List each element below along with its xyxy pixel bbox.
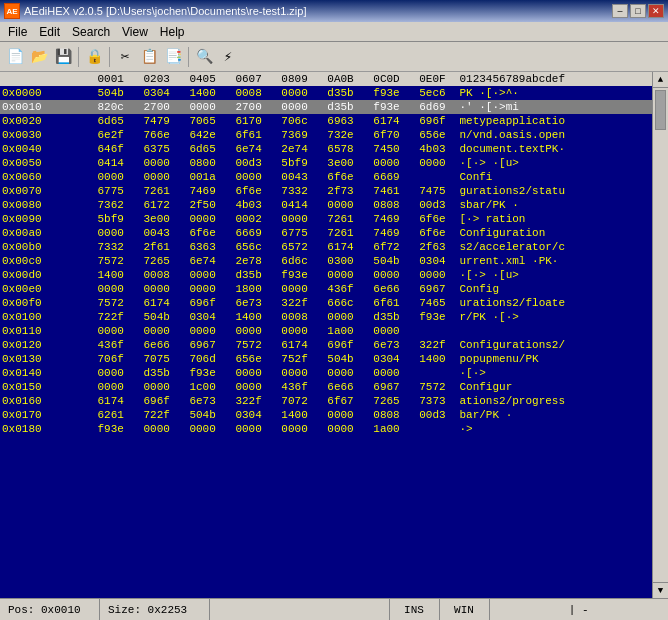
hex-cell[interactable]: 0000 [180,268,226,282]
run-button[interactable]: ⚡ [217,46,239,68]
hex-cell[interactable]: 0000 [88,324,134,338]
table-row[interactable]: 0x01706261722f504b030414000000080800d3ba… [0,408,652,422]
hex-cell[interactable]: 0000 [226,170,272,184]
hex-cell[interactable]: 7265 [364,394,410,408]
hex-cell[interactable]: 2e74 [272,142,318,156]
hex-cell[interactable]: 7475 [409,184,455,198]
hex-cell[interactable]: 6572 [272,240,318,254]
hex-cell[interactable]: 6174 [364,114,410,128]
hex-cell[interactable]: 6d6c [272,254,318,268]
table-row[interactable]: 0x0110000000000000000000001a000000 [0,324,652,338]
hex-cell[interactable]: 6375 [134,142,180,156]
hex-cell[interactable]: 7332 [88,240,134,254]
hex-cell[interactable]: 7469 [180,184,226,198]
hex-cell[interactable]: 696f [318,338,364,352]
table-row[interactable]: 0x0150000000001c000000436f6e6669677572 C… [0,380,652,394]
table-row[interactable]: 0x0010820c2700000027000000d35bf93e6d69·'… [0,100,652,114]
hex-cell[interactable]: 6e66 [318,380,364,394]
hex-cell[interactable]: 0000 [272,212,318,226]
menu-item-edit[interactable]: Edit [33,23,66,41]
hex-cell[interactable]: 6e66 [364,282,410,296]
table-row[interactable]: 0x0080736261722f504b0304140000080800d3sb… [0,198,652,212]
hex-cell[interactable]: 7261 [318,226,364,240]
hex-cell[interactable]: 0414 [88,156,134,170]
hex-cell[interactable]: 6e2f [88,128,134,142]
hex-cell[interactable]: 6967 [180,338,226,352]
hex-cell[interactable]: 6f6e [409,226,455,240]
hex-cell[interactable]: 436f [272,380,318,394]
hex-cell[interactable]: 0000 [272,282,318,296]
hex-cell[interactable]: 666c [318,296,364,310]
hex-cell[interactable]: 0000 [364,324,410,338]
hex-cell[interactable]: 0000 [134,170,180,184]
paste-button[interactable]: 📑 [162,46,184,68]
hex-cell[interactable]: 436f [318,282,364,296]
hex-cell[interactable]: 6e74 [180,254,226,268]
hex-cell[interactable]: 752f [272,352,318,366]
maximize-button[interactable]: □ [630,4,646,18]
hex-cell[interactable]: 1c00 [180,380,226,394]
hex-cell[interactable]: 0000 [180,324,226,338]
hex-cell[interactable]: 322f [409,338,455,352]
hex-cell[interactable]: 6d65 [180,142,226,156]
hex-cell[interactable]: 0008 [272,310,318,324]
hex-cell[interactable]: f93e [88,422,134,436]
scroll-down-button[interactable]: ▼ [653,582,668,598]
table-row[interactable]: 0x00b073322f616363656c657261746f722f63s2… [0,240,652,254]
hex-cell[interactable]: 6f61 [226,128,272,142]
hex-cell[interactable]: 0808 [364,198,410,212]
hex-cell[interactable]: 0000 [226,380,272,394]
hex-cell[interactable]: 00d3 [226,156,272,170]
hex-cell[interactable]: 504b [364,254,410,268]
hex-cell[interactable]: 1400 [226,310,272,324]
hex-cell[interactable]: 0000 [272,100,318,114]
hex-cell[interactable]: 6e73 [180,394,226,408]
hex-cell[interactable]: 696f [409,114,455,128]
table-row[interactable]: 0x00e000000000000018000000436f6e666967 C… [0,282,652,296]
hex-cell[interactable]: 5bf9 [88,212,134,226]
hex-cell[interactable]: 3e00 [134,212,180,226]
hex-cell[interactable]: 820c [88,100,134,114]
table-row[interactable]: 0x0100722f504b0304140000080000d35bf93er/… [0,310,652,324]
hex-cell[interactable]: 706d [180,352,226,366]
hex-cell[interactable]: 0000 [88,366,134,380]
hex-cell[interactable]: 001a [180,170,226,184]
hex-cell[interactable]: 7465 [409,296,455,310]
hex-cell[interactable]: 1a00 [364,422,410,436]
table-row[interactable]: 0x01400000d35bf93e0000000000000000 ·[·> [0,366,652,380]
hex-cell[interactable]: 2e78 [226,254,272,268]
hex-cell[interactable]: 0043 [134,226,180,240]
hex-cell[interactable]: f93e [272,268,318,282]
hex-cell[interactable]: 6261 [88,408,134,422]
hex-cell[interactable]: 7461 [364,184,410,198]
hex-cell[interactable]: 7065 [180,114,226,128]
hex-cell[interactable]: 0000 [318,408,364,422]
new-button[interactable]: 📄 [4,46,26,68]
scroll-thumb[interactable] [655,90,666,130]
menu-item-file[interactable]: File [2,23,33,41]
hex-cell[interactable]: 7572 [88,254,134,268]
hex-cell[interactable]: 6669 [226,226,272,240]
hex-cell[interactable]: 5ec6 [409,86,455,100]
hex-cell[interactable]: 706c [272,114,318,128]
table-row[interactable]: 0x00a0000000436f6e66696775726174696f6e C… [0,226,652,240]
hex-cell[interactable]: 4b03 [409,142,455,156]
hex-cell[interactable]: 6f70 [364,128,410,142]
hex-cell[interactable]: 504b [180,408,226,422]
hex-cell[interactable]: 766e [134,128,180,142]
hex-cell[interactable]: 0000 [180,282,226,296]
hex-cell[interactable]: 696f [180,296,226,310]
hex-cell[interactable]: 7261 [318,212,364,226]
hex-cell[interactable]: 7479 [134,114,180,128]
hex-cell[interactable]: 0000 [318,310,364,324]
hex-cell[interactable]: 6775 [88,184,134,198]
hex-cell[interactable]: 656c [226,240,272,254]
hex-cell[interactable]: 00d3 [409,408,455,422]
hex-cell[interactable]: 6363 [180,240,226,254]
hex-cell[interactable]: 7362 [88,198,134,212]
hex-area[interactable]: 0001 0203 0405 0607 0809 0A0B 0C0D 0E0F … [0,72,652,598]
hex-cell[interactable]: 0000 [134,324,180,338]
hex-cell[interactable]: 0000 [88,282,134,296]
hex-cell[interactable]: 6669 [364,170,410,184]
hex-cell[interactable]: 0300 [318,254,364,268]
